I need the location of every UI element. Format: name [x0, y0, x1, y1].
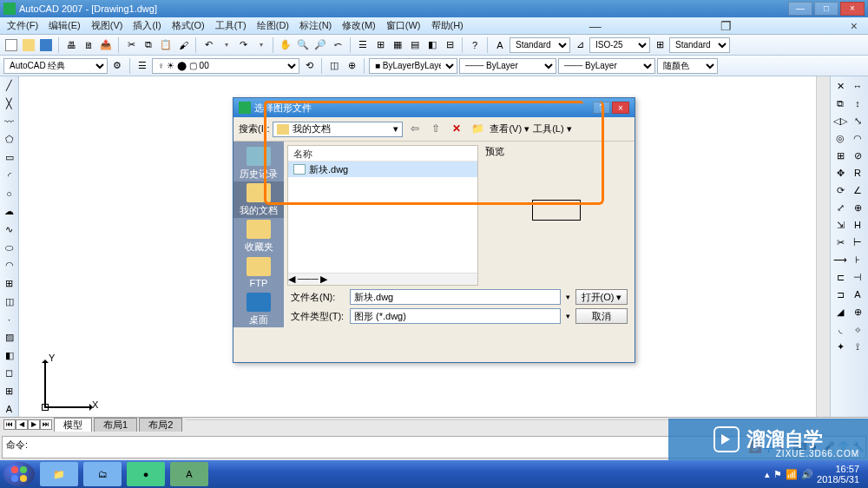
- publish-icon[interactable]: 📤: [98, 37, 114, 53]
- search-location-select[interactable]: 我的文档 ▾: [273, 122, 403, 137]
- file-list[interactable]: 名称 新块.dwg ◀ ─── ▶: [287, 145, 478, 286]
- menu-file[interactable]: 文件(F): [7, 19, 38, 32]
- side-ftp[interactable]: FTP: [233, 254, 284, 291]
- join-icon[interactable]: ⊐: [832, 287, 848, 302]
- tablestyle-icon[interactable]: ⊞: [652, 37, 667, 53]
- dim3-icon[interactable]: ⤡: [850, 113, 865, 129]
- dim1-icon[interactable]: ↔: [850, 78, 865, 94]
- dim15-icon[interactable]: ⟐: [850, 321, 865, 337]
- side-history[interactable]: 历史记录: [233, 145, 284, 181]
- menu-insert[interactable]: 插入(I): [133, 19, 161, 32]
- circle-icon[interactable]: ○: [2, 186, 17, 201]
- dialog-help-button[interactable]: ?: [593, 102, 610, 114]
- delete-icon[interactable]: ✕: [448, 122, 465, 137]
- mtext-icon[interactable]: A: [2, 401, 17, 417]
- move-icon[interactable]: ✥: [832, 165, 848, 181]
- rectangle-icon[interactable]: ▭: [2, 150, 17, 166]
- textstyle-select[interactable]: Standard: [510, 37, 570, 53]
- tray-sound-icon[interactable]: 🔊: [801, 469, 813, 480]
- lineweight-select[interactable]: ─── ByLayer: [558, 58, 655, 74]
- xline-icon[interactable]: ╳: [2, 96, 17, 112]
- ellipsearc-icon[interactable]: ◠: [2, 258, 17, 274]
- point-icon[interactable]: ·: [2, 312, 17, 327]
- dim5-icon[interactable]: ⊘: [850, 148, 865, 163]
- menu-tools[interactable]: 工具(T): [215, 19, 247, 32]
- region-icon[interactable]: ◻: [2, 366, 17, 381]
- print-icon[interactable]: 🖶: [63, 37, 79, 53]
- revcloud-icon[interactable]: ☁: [2, 204, 17, 220]
- vertical-scrollbar[interactable]: [816, 76, 830, 417]
- trim-icon[interactable]: ✂: [832, 234, 848, 250]
- menu-modify[interactable]: 修改(M): [342, 19, 376, 32]
- ellipse-icon[interactable]: ⬭: [2, 240, 17, 255]
- view-button[interactable]: 查看(V) ▾: [490, 122, 529, 137]
- undo-icon[interactable]: ↶: [201, 37, 216, 53]
- stretch-icon[interactable]: ⇲: [832, 217, 848, 233]
- pline-icon[interactable]: 〰: [2, 114, 17, 129]
- offset-icon[interactable]: ◎: [832, 130, 848, 146]
- plot-preview-icon[interactable]: 🗎: [81, 37, 96, 53]
- menu-view[interactable]: 视图(V): [91, 19, 123, 32]
- close-button[interactable]: ×: [840, 2, 865, 16]
- properties-icon[interactable]: ☰: [355, 37, 371, 53]
- erase-icon[interactable]: ✕: [832, 78, 848, 94]
- tp-icon[interactable]: ▦: [390, 37, 405, 53]
- menu-edit[interactable]: 编辑(E): [49, 19, 81, 32]
- side-fav[interactable]: 收藏夹: [233, 218, 284, 254]
- dim7-icon[interactable]: ∠: [850, 182, 865, 198]
- undo-drop[interactable]: [218, 37, 233, 53]
- help-icon[interactable]: ?: [467, 37, 483, 53]
- tab-layout1[interactable]: 布局1: [94, 418, 137, 432]
- polygon-icon[interactable]: ⬠: [2, 132, 17, 148]
- insert-icon[interactable]: ⊕: [344, 58, 359, 74]
- cut-icon[interactable]: ✂: [123, 37, 139, 53]
- match-icon[interactable]: 🖌: [175, 37, 191, 53]
- tab-next[interactable]: ▶: [28, 419, 40, 430]
- tab-last[interactable]: ⏭: [40, 419, 52, 430]
- extend-icon[interactable]: ⟶: [832, 252, 848, 267]
- mirror-icon[interactable]: ◁▷: [832, 113, 848, 129]
- tray-expand-icon[interactable]: ▴: [765, 469, 770, 480]
- dim2-icon[interactable]: ↕: [850, 96, 865, 111]
- spline-icon[interactable]: ∿: [2, 222, 17, 238]
- tab-first[interactable]: ⏮: [3, 419, 16, 430]
- save-icon[interactable]: [38, 37, 54, 53]
- up-icon[interactable]: ⇧: [427, 122, 444, 137]
- mdi-restore[interactable]: ❐: [720, 19, 732, 33]
- dialog-close-button[interactable]: ×: [612, 102, 629, 114]
- task-app1[interactable]: ●: [127, 462, 165, 486]
- menu-dim[interactable]: 标注(N): [299, 19, 332, 32]
- workspace-select[interactable]: AutoCAD 经典: [3, 58, 108, 74]
- dimstyle-select[interactable]: ISO-25: [589, 37, 650, 53]
- tray-flag-icon[interactable]: ⚑: [773, 469, 782, 480]
- color-select[interactable]: ■ ByLayerByLayer: [369, 58, 457, 74]
- maximize-button[interactable]: □: [814, 2, 838, 16]
- layer-mgr-icon[interactable]: ☰: [135, 58, 150, 74]
- array-icon[interactable]: ⊞: [832, 148, 848, 163]
- dim8-icon[interactable]: ⊕: [850, 200, 865, 215]
- minimize-button[interactable]: —: [788, 2, 812, 16]
- dim14-icon[interactable]: ⊕: [850, 304, 865, 320]
- rotate-icon[interactable]: ⟳: [832, 182, 848, 198]
- arc-icon[interactable]: ◜: [2, 168, 17, 183]
- chamfer-icon[interactable]: ◢: [832, 304, 848, 320]
- plotstyle-select[interactable]: 随颜色: [657, 58, 718, 74]
- menu-format[interactable]: 格式(O): [172, 19, 205, 32]
- redo-icon[interactable]: ↷: [235, 37, 251, 53]
- dim9-icon[interactable]: H: [850, 217, 865, 233]
- start-button[interactable]: [3, 462, 35, 486]
- open-icon[interactable]: [21, 37, 36, 53]
- block-icon[interactable]: ◫: [326, 58, 342, 74]
- dc-icon[interactable]: ⊞: [372, 37, 388, 53]
- menu-draw[interactable]: 绘图(D): [257, 19, 289, 32]
- linetype-select[interactable]: ─── ByLayer: [459, 58, 556, 74]
- clock[interactable]: 16:57 2018/5/31: [817, 464, 865, 485]
- paste-icon[interactable]: 📋: [158, 37, 174, 53]
- newfolder-icon[interactable]: 📁: [469, 122, 486, 137]
- dim10-icon[interactable]: ⊢: [850, 234, 865, 250]
- copy-icon[interactable]: ⧉: [141, 37, 156, 53]
- tab-layout2[interactable]: 布局2: [139, 418, 182, 432]
- list-hscroll[interactable]: ◀ ─── ▶: [288, 273, 477, 285]
- redo-drop[interactable]: [253, 37, 268, 53]
- table-icon[interactable]: ⊞: [2, 384, 17, 399]
